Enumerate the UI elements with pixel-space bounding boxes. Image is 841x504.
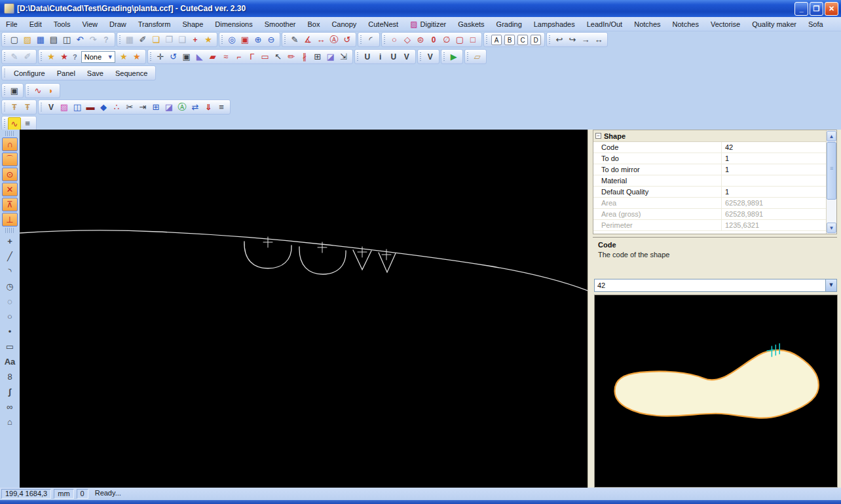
transform-stamp-icon[interactable]: ◪	[324, 50, 337, 63]
circle-dashed-icon[interactable]: ◌	[2, 295, 18, 309]
pen-disabled-icon[interactable]: ✎	[8, 50, 21, 63]
zoom-in-icon[interactable]: ⊕	[252, 33, 265, 46]
menu-tools[interactable]: Tools	[48, 18, 77, 30]
star-add-icon[interactable]: ★	[45, 50, 58, 63]
menu-draw[interactable]: Draw	[103, 18, 132, 30]
code-combobox[interactable]: 42 ▼	[594, 279, 837, 292]
scroll-up-icon[interactable]: ▲	[827, 131, 836, 141]
dimension-pen-icon[interactable]: ✎	[288, 33, 301, 46]
close-button[interactable]: ✕	[825, 2, 838, 16]
star-remove-all-icon[interactable]: ★	[130, 50, 143, 63]
fill-rect-icon[interactable]: ▬	[84, 101, 97, 114]
star-remove-icon[interactable]: ★	[117, 50, 130, 63]
toolbar-panel[interactable]: Panel	[51, 67, 81, 79]
double-curve-icon[interactable]: 8	[2, 370, 18, 384]
dimension-arc-icon[interactable]: ↺	[341, 33, 354, 46]
rotate-icon[interactable]: ↺	[167, 50, 180, 63]
help-icon[interactable]: ?	[100, 33, 113, 46]
zoom-extents-icon[interactable]: ◎	[225, 33, 238, 46]
lead-in-icon[interactable]: ↩	[553, 33, 566, 46]
copy-shape-icon[interactable]: ❏	[149, 33, 162, 46]
menu-transform[interactable]: Transform	[132, 18, 177, 30]
pin-circle-icon[interactable]: Ŧ	[8, 101, 21, 114]
property-grid-scrollbar[interactable]: ▲ ▼	[826, 130, 836, 234]
layer-select[interactable]: None ▼	[81, 51, 115, 63]
zoom-out-icon[interactable]: ⊖	[265, 33, 278, 46]
new-icon[interactable]: ▢	[8, 33, 21, 46]
rotate-u-icon[interactable]: U	[361, 50, 374, 63]
pen-delete-disabled-icon[interactable]: ✐	[21, 50, 34, 63]
menu-leadinout[interactable]: LeadIn/Out	[581, 18, 628, 30]
eraser-icon[interactable]: ▰	[206, 50, 219, 63]
mirror-icon[interactable]: ◣	[193, 50, 206, 63]
line-tool-icon[interactable]: ╱	[2, 249, 18, 264]
menu-view[interactable]: View	[76, 18, 103, 30]
letter-c-doc-icon[interactable]: C	[517, 35, 528, 45]
print-preview-icon[interactable]: ◫	[60, 33, 73, 46]
property-row[interactable]: To do mirror 1	[593, 164, 836, 175]
red-diamond-icon[interactable]: ◇	[401, 33, 414, 46]
corner-trim-icon[interactable]: Γ	[246, 50, 259, 63]
property-row[interactable]: Default Quality 1	[593, 187, 836, 198]
ellipse-tool-icon[interactable]: ○	[2, 310, 18, 324]
property-row[interactable]: Perimeter 1235,6321	[593, 220, 836, 231]
snapshot-icon[interactable]: ▣	[180, 50, 193, 63]
menu-lampshades[interactable]: Lampshades	[528, 18, 581, 30]
cross-mark-icon[interactable]: ✕	[2, 183, 18, 196]
arrow-join-icon[interactable]: →	[579, 33, 592, 46]
red-rounded-rect-icon[interactable]: ▢	[453, 33, 466, 46]
red-narrow-oval-icon[interactable]: ∅	[440, 33, 453, 46]
property-row[interactable]: Area (gross) 62528,9891	[593, 209, 836, 220]
pin-square-icon[interactable]: Ŧ	[21, 101, 34, 114]
image-icon[interactable]: ▦	[123, 33, 136, 46]
zoom-window-icon[interactable]: ▣	[238, 33, 252, 46]
menu-canopy[interactable]: Canopy	[326, 18, 362, 30]
menu-grading[interactable]: Grading	[491, 18, 528, 30]
flip-u-icon[interactable]: U	[387, 50, 400, 63]
point-tool-icon[interactable]: •	[2, 325, 18, 339]
export-shape-icon[interactable]: ▨	[58, 101, 71, 114]
arc-point-icon[interactable]: ⌒	[2, 153, 18, 166]
tangent-circles-icon[interactable]: ∞	[2, 400, 18, 414]
vee-icon[interactable]: V	[400, 50, 413, 63]
toolbar-grip[interactable]	[5, 131, 14, 136]
menu-smoother[interactable]: Smoother	[259, 18, 302, 30]
menu-cutenest[interactable]: CuteNest	[362, 18, 404, 30]
lead-out-icon[interactable]: ↪	[566, 33, 579, 46]
property-row[interactable]: Code 42	[593, 142, 836, 153]
collapse-icon[interactable]: −	[595, 133, 601, 139]
pizza-icon[interactable]: ◗	[45, 84, 58, 98]
minimize-button[interactable]: _	[794, 2, 808, 16]
grid-icon[interactable]: ⊞	[311, 50, 324, 63]
v-notch-icon[interactable]: V	[424, 50, 437, 63]
arc-tool-icon[interactable]: ◝	[2, 264, 18, 279]
merge-icon[interactable]: ⇄	[189, 101, 202, 114]
axis-origin-icon[interactable]: +	[189, 33, 202, 46]
camera-icon[interactable]: ▣	[8, 84, 21, 98]
menu-dimensions[interactable]: Dimensions	[209, 18, 258, 30]
toolbar-save[interactable]: Save	[81, 67, 109, 79]
undo-icon[interactable]: ↶	[73, 33, 86, 46]
pencil-icon[interactable]: ✏	[285, 50, 298, 63]
corner-icon[interactable]: ⌐	[233, 50, 246, 63]
perpendicular-icon[interactable]: ⊥	[2, 213, 18, 226]
arc-endpoints-icon[interactable]: ∩	[2, 137, 18, 151]
property-row[interactable]: To do 1	[593, 153, 836, 164]
delete-stamp-icon[interactable]: ◪	[162, 101, 176, 114]
s-curve-icon[interactable]: ∫	[2, 385, 18, 399]
property-row[interactable]: Material	[593, 175, 836, 187]
print-icon[interactable]: ▤	[47, 33, 60, 46]
toolbar-sequence[interactable]: Sequence	[109, 67, 154, 79]
dimension-diagonal-icon[interactable]: ∡	[301, 33, 314, 46]
settings-doc2-icon[interactable]: ≡	[21, 117, 34, 130]
arc-line-icon[interactable]: ⊼	[2, 198, 18, 211]
download-arrow-icon[interactable]: ⇓	[202, 101, 215, 114]
split-lines-icon[interactable]: ∦	[298, 50, 311, 63]
menu-file[interactable]: File	[0, 18, 24, 30]
code-combobox-value[interactable]: 42	[595, 281, 825, 289]
v-tool-icon[interactable]: V	[45, 101, 58, 114]
rectangle-tool-icon[interactable]: ▭	[2, 340, 18, 354]
sew-squiggle-icon[interactable]: ∿	[8, 117, 21, 130]
menu-sofa[interactable]: Sofa	[802, 18, 829, 30]
menu-vectorise[interactable]: Vectorise	[705, 18, 746, 30]
